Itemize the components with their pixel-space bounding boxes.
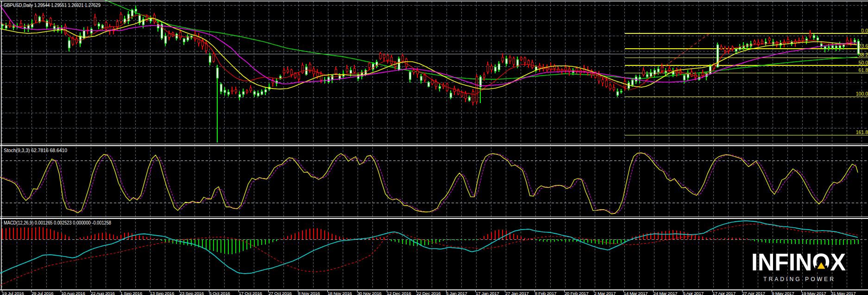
svg-text:29 Jul 2016: 29 Jul 2016 (31, 291, 54, 295)
svg-text:23.6: 23.6 (859, 43, 868, 49)
svg-text:27 Apr 2017: 27 Apr 2017 (742, 291, 765, 295)
svg-text:24 Mar 2017: 24 Mar 2017 (654, 291, 678, 295)
svg-text:14 Mar 2017: 14 Mar 2017 (624, 291, 648, 295)
svg-text:18 Nov 2016: 18 Nov 2016 (327, 291, 352, 295)
svg-text:5 Oct 2016: 5 Oct 2016 (209, 291, 231, 295)
svg-text:61.8: 61.8 (859, 67, 868, 73)
svg-text:31 May 2017: 31 May 2017 (831, 291, 855, 295)
svg-text:22 Aug 2016: 22 Aug 2016 (91, 291, 115, 295)
svg-text:INFINOX: INFINOX (751, 249, 846, 276)
svg-text:17 Oct 2016: 17 Oct 2016 (239, 291, 262, 295)
svg-text:161.8: 161.8 (856, 129, 868, 135)
svg-text:17 Apr 2017: 17 Apr 2017 (712, 291, 736, 295)
svg-text:38.2: 38.2 (859, 52, 868, 58)
svg-text:5 Apr 2017: 5 Apr 2017 (683, 291, 703, 295)
svg-text:2 Mar 2017: 2 Mar 2017 (594, 291, 616, 295)
svg-text:TRADING POWER: TRADING POWER (763, 276, 836, 282)
svg-text:1 Sep 2016: 1 Sep 2016 (120, 291, 143, 295)
svg-text:Stoch(9,3,3) 62.7816 68.6410: Stoch(9,3,3) 62.7816 68.6410 (4, 148, 67, 153)
svg-text:30 Nov 2016: 30 Nov 2016 (357, 291, 382, 295)
svg-text:GBPUSD,Daily 1.29544 1.29551: GBPUSD,Daily 1.29544 1.29551 1.26921 1.2… (4, 2, 101, 8)
svg-text:8 Nov 2016: 8 Nov 2016 (298, 291, 320, 295)
svg-text:23 Sep 2016: 23 Sep 2016 (180, 291, 204, 295)
svg-text:12 Dec 2016: 12 Dec 2016 (387, 291, 411, 295)
svg-text:0.0: 0.0 (861, 28, 868, 33)
svg-text:27 Oct 2016: 27 Oct 2016 (268, 291, 292, 295)
svg-text:10 Aug 2016: 10 Aug 2016 (61, 291, 86, 295)
svg-text:5 Jan 2017: 5 Jan 2017 (446, 291, 467, 295)
svg-text:19 May 2017: 19 May 2017 (801, 291, 826, 295)
svg-text:13 Sep 2016: 13 Sep 2016 (150, 291, 175, 295)
svg-text:100.0: 100.0 (856, 91, 868, 96)
svg-text:9 May 2017: 9 May 2017 (772, 291, 794, 295)
svg-text:20 Feb 2017: 20 Feb 2017 (565, 291, 589, 295)
svg-text:17 Jan 2017: 17 Jan 2017 (476, 291, 499, 295)
svg-text:22 Dec 2016: 22 Dec 2016 (416, 291, 441, 295)
svg-text:19 Jul 2016: 19 Jul 2016 (2, 291, 24, 295)
svg-text:50.0: 50.0 (859, 60, 868, 65)
svg-text:8 Feb 2017: 8 Feb 2017 (535, 291, 557, 295)
svg-text:27 Jan 2017: 27 Jan 2017 (505, 291, 529, 295)
svg-text:MACD(12,26,9) 0.001265 0.00252: MACD(12,26,9) 0.001265 0.002523 0.000000… (4, 220, 111, 225)
